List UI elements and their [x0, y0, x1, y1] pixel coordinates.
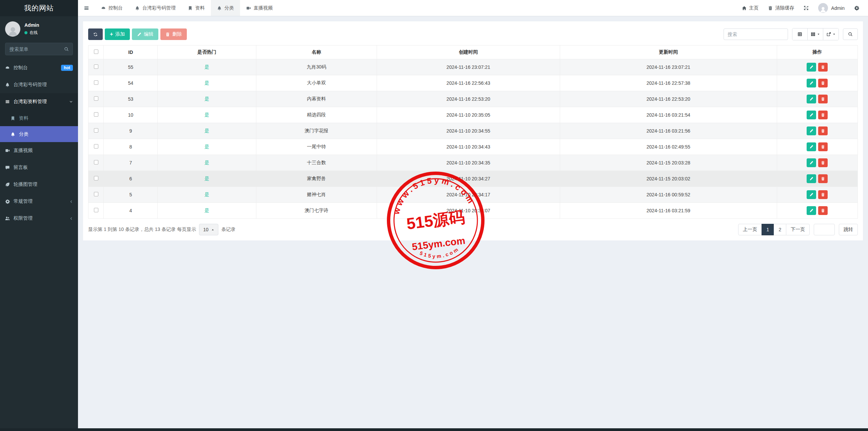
row-checkbox[interactable] [94, 64, 98, 69]
edit-row-button[interactable] [807, 79, 816, 87]
record-summary: 显示第 1 到第 10 条记录，总共 13 条记录 每页显示 [88, 227, 196, 233]
sidebar-subitem-category[interactable]: 分类 [0, 126, 78, 142]
sidebar-item-general-manage[interactable]: 常规管理 [0, 193, 78, 210]
add-button[interactable]: + 添加 [105, 28, 130, 40]
delete-button[interactable]: 删除 [160, 28, 187, 40]
page-jump-input[interactable] [814, 224, 835, 235]
page-button-next[interactable]: 下一页 [786, 224, 810, 235]
table-row[interactable]: 7是十三合数2024-11-10 20:34:352024-11-15 20:0… [88, 155, 858, 171]
edit-row-button[interactable] [807, 126, 816, 135]
delete-row-button[interactable] [818, 206, 828, 215]
export-button[interactable] [823, 28, 839, 40]
table-row[interactable]: 53是内幕资料2024-11-16 22:53:202024-11-16 22:… [88, 91, 858, 107]
edit-row-button[interactable] [807, 111, 816, 119]
cell-name: 内幕资料 [256, 91, 377, 107]
sidebar-item-carousel-manage[interactable]: 轮播图管理 [0, 176, 78, 193]
sidebar-item-lottery-data-manage[interactable]: 台湾彩资料管理 [0, 93, 78, 110]
sidebar-subitem-data[interactable]: 资料 [0, 110, 78, 126]
delete-row-button[interactable] [818, 174, 828, 183]
sidebar-item-live-video[interactable]: 直播视频 [0, 142, 78, 159]
delete-row-button[interactable] [818, 111, 828, 119]
edit-row-button[interactable] [807, 174, 816, 183]
delete-row-button[interactable] [818, 79, 828, 87]
user-menu[interactable]: Admin [818, 3, 845, 13]
delete-row-button[interactable] [818, 126, 828, 135]
user-silhouette-icon [7, 25, 19, 37]
table-row[interactable]: 55是九肖30码2024-11-16 23:07:212024-11-16 23… [88, 59, 858, 75]
edit-row-button[interactable] [807, 142, 816, 151]
fullscreen-button[interactable] [804, 5, 809, 11]
page-jump-button[interactable]: 跳转 [839, 224, 858, 235]
sidebar-item-label: 常规管理 [14, 198, 33, 204]
gauge-icon [101, 6, 106, 11]
tab-live-video[interactable]: 直播视频 [240, 0, 279, 16]
tab-data[interactable]: 资料 [182, 0, 211, 16]
cell-id: 8 [104, 139, 158, 155]
sidebar-item-console[interactable]: 控制台hot [0, 59, 78, 76]
cell-id: 9 [104, 123, 158, 139]
sidebar-toggle-button[interactable] [78, 0, 95, 16]
table-footer: 显示第 1 到第 10 条记录，总共 13 条记录 每页显示 10 条记录 上一… [88, 224, 858, 235]
edit-row-button[interactable] [807, 95, 816, 103]
tab-console[interactable]: 控制台 [95, 0, 129, 16]
table-row[interactable]: 5是赌神七肖2024-11-10 20:34:172024-11-16 00:5… [88, 187, 858, 203]
cell-select [88, 123, 104, 139]
user-status[interactable]: 在线 [24, 30, 39, 36]
row-checkbox[interactable] [94, 128, 98, 133]
delete-row-button[interactable] [818, 63, 828, 72]
clear-cache-link[interactable]: 清除缓存 [768, 5, 794, 11]
sidebar-item-message-board[interactable]: 留言板 [0, 159, 78, 176]
row-checkbox[interactable] [94, 112, 98, 117]
page-button-1[interactable]: 1 [762, 224, 774, 235]
detail-view-button[interactable] [792, 28, 807, 40]
table-row[interactable]: 9是澳门字花报2024-11-10 20:34:552024-11-16 03:… [88, 123, 858, 139]
page-button-2[interactable]: 2 [774, 224, 786, 235]
select-all-checkbox[interactable] [94, 50, 98, 54]
delete-row-button[interactable] [818, 158, 828, 167]
table-toolbar: + 添加 编辑 删除 [88, 28, 858, 40]
row-checkbox[interactable] [94, 144, 98, 149]
row-checkbox[interactable] [94, 192, 98, 196]
tab-category[interactable]: 分类 [211, 0, 240, 16]
edit-row-button[interactable] [807, 206, 816, 215]
select-all-header[interactable] [88, 45, 104, 59]
sidebar-subitem-label: 分类 [19, 131, 28, 137]
search-button[interactable] [843, 28, 858, 40]
delete-row-button[interactable] [818, 190, 828, 199]
row-checkbox[interactable] [94, 176, 98, 180]
table-search-input[interactable] [724, 28, 788, 40]
page-size-select[interactable]: 10 [199, 224, 218, 235]
tab-lottery-number-manage[interactable]: 台湾彩号码管理 [129, 0, 182, 16]
row-checkbox[interactable] [94, 96, 98, 101]
table-row[interactable]: 54是大小单双2024-11-16 22:56:432024-11-16 22:… [88, 75, 858, 91]
columns-button[interactable] [807, 28, 823, 40]
delete-row-button[interactable] [818, 142, 828, 151]
settings-button[interactable] [854, 5, 859, 11]
delete-row-button[interactable] [818, 95, 828, 103]
sidebar-item-permission-manage[interactable]: 权限管理 [0, 210, 78, 227]
home-link[interactable]: 主页 [742, 5, 758, 11]
sidebar-item-lottery-number-manage[interactable]: 台湾彩号码管理 [0, 76, 78, 93]
edit-row-button[interactable] [807, 190, 816, 199]
pencil-icon [137, 32, 141, 37]
refresh-button[interactable] [88, 28, 103, 40]
page-button-prev[interactable]: 上一页 [738, 224, 762, 235]
edit-row-button[interactable] [807, 63, 816, 72]
cell-hot: 是 [158, 155, 256, 171]
table-row[interactable]: 8是一尾中特2024-11-10 20:34:432024-11-16 02:4… [88, 139, 858, 155]
sidebar-item-label: 权限管理 [14, 215, 33, 221]
table-row[interactable]: 10是精选四段2024-11-10 20:35:052024-11-16 03:… [88, 107, 858, 123]
app-logo[interactable]: 我的网站 [0, 0, 78, 16]
table-row[interactable]: 6是家禽野兽2024-11-10 20:34:272024-11-15 20:0… [88, 171, 858, 187]
bell-icon [5, 82, 10, 87]
edit-row-button[interactable] [807, 158, 816, 167]
edit-button[interactable]: 编辑 [132, 28, 158, 40]
row-checkbox[interactable] [94, 160, 98, 164]
menu-search-button[interactable] [60, 43, 73, 55]
menu-search-input[interactable] [5, 46, 60, 52]
row-checkbox[interactable] [94, 208, 98, 212]
row-checkbox[interactable] [94, 80, 98, 85]
cell-id: 10 [104, 107, 158, 123]
sidebar-search [5, 43, 73, 55]
table-row[interactable]: 4是澳门七字诗2024-11-10 20:34:072024-11-16 03:… [88, 203, 858, 219]
